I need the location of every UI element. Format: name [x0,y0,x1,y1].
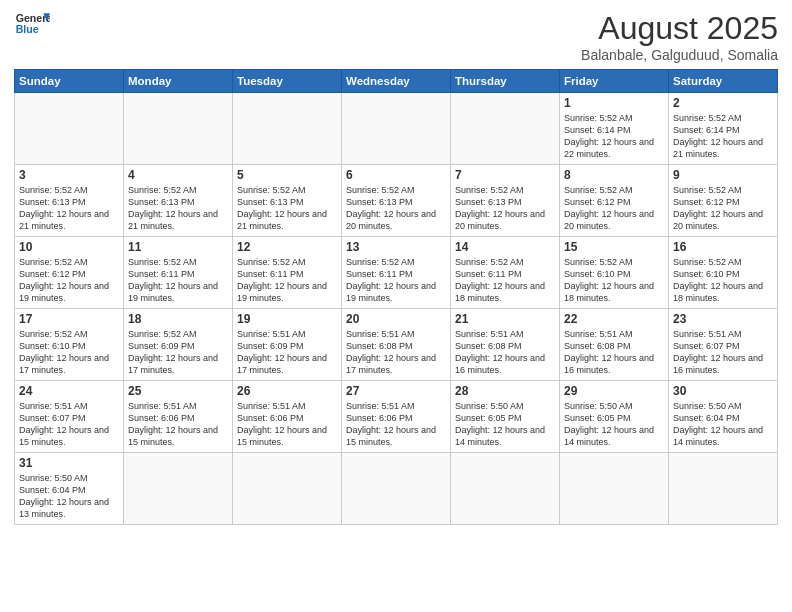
day-info: Sunrise: 5:51 AM Sunset: 6:08 PM Dayligh… [455,328,555,377]
day-info: Sunrise: 5:52 AM Sunset: 6:12 PM Dayligh… [673,184,773,233]
day-number: 13 [346,240,446,254]
calendar-cell [233,93,342,165]
calendar-cell: 24Sunrise: 5:51 AM Sunset: 6:07 PM Dayli… [15,381,124,453]
day-number: 16 [673,240,773,254]
calendar-cell: 12Sunrise: 5:52 AM Sunset: 6:11 PM Dayli… [233,237,342,309]
calendar-cell: 17Sunrise: 5:52 AM Sunset: 6:10 PM Dayli… [15,309,124,381]
day-number: 8 [564,168,664,182]
calendar-cell: 11Sunrise: 5:52 AM Sunset: 6:11 PM Dayli… [124,237,233,309]
header-saturday: Saturday [669,70,778,93]
calendar-cell: 18Sunrise: 5:52 AM Sunset: 6:09 PM Dayli… [124,309,233,381]
day-number: 7 [455,168,555,182]
header-area: General Blue August 2025 Balanbale, Galg… [14,10,778,63]
calendar-cell: 16Sunrise: 5:52 AM Sunset: 6:10 PM Dayli… [669,237,778,309]
header-monday: Monday [124,70,233,93]
day-info: Sunrise: 5:51 AM Sunset: 6:06 PM Dayligh… [346,400,446,449]
day-number: 3 [19,168,119,182]
day-info: Sunrise: 5:52 AM Sunset: 6:12 PM Dayligh… [19,256,119,305]
day-number: 5 [237,168,337,182]
day-number: 1 [564,96,664,110]
day-info: Sunrise: 5:50 AM Sunset: 6:04 PM Dayligh… [673,400,773,449]
day-info: Sunrise: 5:52 AM Sunset: 6:10 PM Dayligh… [564,256,664,305]
day-number: 9 [673,168,773,182]
day-number: 19 [237,312,337,326]
location: Balanbale, Galguduud, Somalia [581,47,778,63]
day-info: Sunrise: 5:52 AM Sunset: 6:11 PM Dayligh… [455,256,555,305]
calendar-cell: 20Sunrise: 5:51 AM Sunset: 6:08 PM Dayli… [342,309,451,381]
calendar-cell [560,453,669,525]
calendar-cell: 5Sunrise: 5:52 AM Sunset: 6:13 PM Daylig… [233,165,342,237]
header-thursday: Thursday [451,70,560,93]
day-number: 26 [237,384,337,398]
title-area: August 2025 Balanbale, Galguduud, Somali… [581,10,778,63]
weekday-header-row: Sunday Monday Tuesday Wednesday Thursday… [15,70,778,93]
day-info: Sunrise: 5:51 AM Sunset: 6:08 PM Dayligh… [346,328,446,377]
calendar-cell: 13Sunrise: 5:52 AM Sunset: 6:11 PM Dayli… [342,237,451,309]
calendar-cell: 14Sunrise: 5:52 AM Sunset: 6:11 PM Dayli… [451,237,560,309]
generalblue-logo-icon: General Blue [14,10,50,38]
calendar-cell: 27Sunrise: 5:51 AM Sunset: 6:06 PM Dayli… [342,381,451,453]
calendar-cell: 29Sunrise: 5:50 AM Sunset: 6:05 PM Dayli… [560,381,669,453]
day-info: Sunrise: 5:52 AM Sunset: 6:13 PM Dayligh… [237,184,337,233]
calendar-cell [233,453,342,525]
calendar-cell: 2Sunrise: 5:52 AM Sunset: 6:14 PM Daylig… [669,93,778,165]
day-info: Sunrise: 5:52 AM Sunset: 6:13 PM Dayligh… [128,184,228,233]
header-tuesday: Tuesday [233,70,342,93]
day-info: Sunrise: 5:52 AM Sunset: 6:09 PM Dayligh… [128,328,228,377]
day-number: 25 [128,384,228,398]
day-info: Sunrise: 5:50 AM Sunset: 6:04 PM Dayligh… [19,472,119,521]
calendar-week-0: 1Sunrise: 5:52 AM Sunset: 6:14 PM Daylig… [15,93,778,165]
calendar-cell: 26Sunrise: 5:51 AM Sunset: 6:06 PM Dayli… [233,381,342,453]
day-info: Sunrise: 5:52 AM Sunset: 6:11 PM Dayligh… [128,256,228,305]
day-info: Sunrise: 5:52 AM Sunset: 6:12 PM Dayligh… [564,184,664,233]
day-info: Sunrise: 5:52 AM Sunset: 6:13 PM Dayligh… [346,184,446,233]
day-number: 14 [455,240,555,254]
calendar-cell: 4Sunrise: 5:52 AM Sunset: 6:13 PM Daylig… [124,165,233,237]
calendar-cell: 1Sunrise: 5:52 AM Sunset: 6:14 PM Daylig… [560,93,669,165]
calendar-cell: 8Sunrise: 5:52 AM Sunset: 6:12 PM Daylig… [560,165,669,237]
day-number: 27 [346,384,446,398]
day-number: 28 [455,384,555,398]
calendar-cell: 22Sunrise: 5:51 AM Sunset: 6:08 PM Dayli… [560,309,669,381]
calendar-cell: 15Sunrise: 5:52 AM Sunset: 6:10 PM Dayli… [560,237,669,309]
day-info: Sunrise: 5:51 AM Sunset: 6:09 PM Dayligh… [237,328,337,377]
calendar-cell: 25Sunrise: 5:51 AM Sunset: 6:06 PM Dayli… [124,381,233,453]
calendar-cell [669,453,778,525]
svg-text:Blue: Blue [16,23,39,35]
day-number: 30 [673,384,773,398]
calendar-cell: 23Sunrise: 5:51 AM Sunset: 6:07 PM Dayli… [669,309,778,381]
calendar-week-1: 3Sunrise: 5:52 AM Sunset: 6:13 PM Daylig… [15,165,778,237]
calendar-cell: 19Sunrise: 5:51 AM Sunset: 6:09 PM Dayli… [233,309,342,381]
day-number: 21 [455,312,555,326]
calendar-cell: 31Sunrise: 5:50 AM Sunset: 6:04 PM Dayli… [15,453,124,525]
day-info: Sunrise: 5:52 AM Sunset: 6:14 PM Dayligh… [564,112,664,161]
day-info: Sunrise: 5:51 AM Sunset: 6:07 PM Dayligh… [673,328,773,377]
day-info: Sunrise: 5:52 AM Sunset: 6:13 PM Dayligh… [19,184,119,233]
calendar-cell: 30Sunrise: 5:50 AM Sunset: 6:04 PM Dayli… [669,381,778,453]
header-friday: Friday [560,70,669,93]
day-number: 10 [19,240,119,254]
calendar-cell: 6Sunrise: 5:52 AM Sunset: 6:13 PM Daylig… [342,165,451,237]
day-number: 17 [19,312,119,326]
day-info: Sunrise: 5:52 AM Sunset: 6:11 PM Dayligh… [237,256,337,305]
day-number: 31 [19,456,119,470]
day-number: 24 [19,384,119,398]
day-number: 18 [128,312,228,326]
day-number: 4 [128,168,228,182]
logo: General Blue [14,10,50,38]
day-info: Sunrise: 5:51 AM Sunset: 6:06 PM Dayligh… [128,400,228,449]
calendar-cell: 3Sunrise: 5:52 AM Sunset: 6:13 PM Daylig… [15,165,124,237]
header-sunday: Sunday [15,70,124,93]
day-info: Sunrise: 5:51 AM Sunset: 6:07 PM Dayligh… [19,400,119,449]
day-number: 12 [237,240,337,254]
calendar-week-3: 17Sunrise: 5:52 AM Sunset: 6:10 PM Dayli… [15,309,778,381]
day-info: Sunrise: 5:51 AM Sunset: 6:06 PM Dayligh… [237,400,337,449]
calendar-cell: 7Sunrise: 5:52 AM Sunset: 6:13 PM Daylig… [451,165,560,237]
day-number: 6 [346,168,446,182]
header-wednesday: Wednesday [342,70,451,93]
calendar-cell [342,453,451,525]
calendar-week-2: 10Sunrise: 5:52 AM Sunset: 6:12 PM Dayli… [15,237,778,309]
day-number: 29 [564,384,664,398]
calendar-table: Sunday Monday Tuesday Wednesday Thursday… [14,69,778,525]
day-info: Sunrise: 5:52 AM Sunset: 6:11 PM Dayligh… [346,256,446,305]
